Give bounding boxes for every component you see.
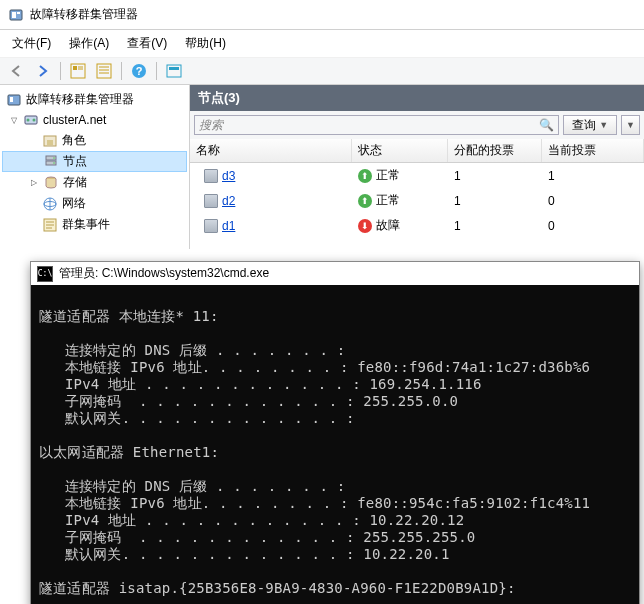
cmd-title-bar[interactable]: C:\ 管理员: C:\Windows\system32\cmd.exe [31, 262, 639, 285]
table-body: d3⬆正常11d2⬆正常10d1⬇故障10 [190, 163, 644, 238]
toolbar: ? [0, 57, 644, 85]
table-row[interactable]: d3⬆正常11 [190, 163, 644, 188]
cell-vote2: 0 [542, 193, 644, 209]
tree-pane: 故障转移群集管理器 ▽ clusterA.net 角色 节点 ▷ 存储 网络 群… [0, 85, 190, 249]
status-label: 正常 [376, 167, 400, 184]
toolbar-separator [156, 62, 157, 80]
svg-rect-16 [10, 97, 13, 102]
expander-icon[interactable]: ▽ [8, 115, 19, 126]
roles-icon [42, 133, 58, 149]
svg-text:?: ? [136, 65, 143, 77]
svg-point-19 [33, 119, 36, 122]
cell-vote1: 1 [448, 218, 542, 234]
query-button-label: 查询 [572, 117, 596, 134]
cell-name[interactable]: d2 [190, 193, 352, 209]
tree-network[interactable]: 网络 [2, 193, 187, 214]
toolbar-detail-button[interactable] [67, 61, 89, 81]
svg-rect-21 [47, 140, 53, 145]
query-button[interactable]: 查询 ▼ [563, 115, 617, 135]
content-pane: 节点(3) 搜索 🔍 查询 ▼ ▼ 名称 状态 分配的投票 当前投票 d3⬆正常… [190, 85, 644, 249]
svg-rect-13 [167, 65, 181, 77]
main-pane: 故障转移群集管理器 ▽ clusterA.net 角色 节点 ▷ 存储 网络 群… [0, 85, 644, 249]
status-label: 故障 [376, 217, 400, 234]
cell-status: ⬇故障 [352, 216, 448, 235]
nav-back-button[interactable] [6, 61, 28, 81]
toolbar-separator [60, 62, 61, 80]
search-input[interactable]: 搜索 🔍 [194, 115, 559, 135]
col-status[interactable]: 状态 [352, 139, 448, 162]
toolbar-preview-button[interactable] [163, 61, 185, 81]
node-name-label: d3 [222, 169, 235, 183]
cell-vote2: 0 [542, 218, 644, 234]
server-icon [204, 169, 218, 183]
cell-status: ⬆正常 [352, 191, 448, 210]
window-title: 故障转移群集管理器 [30, 6, 138, 23]
search-icon[interactable]: 🔍 [539, 118, 554, 132]
nav-forward-button[interactable] [32, 61, 54, 81]
svg-point-24 [53, 157, 55, 159]
expander-icon[interactable]: ▷ [28, 177, 39, 188]
tree-root[interactable]: 故障转移群集管理器 [2, 89, 187, 110]
tree-cluster[interactable]: ▽ clusterA.net [2, 110, 187, 130]
cluster-manager-icon [6, 92, 22, 108]
tree-cluster-label: clusterA.net [43, 113, 106, 127]
col-vote1[interactable]: 分配的投票 [448, 139, 542, 162]
menu-view[interactable]: 查看(V) [119, 32, 175, 55]
cmd-output[interactable]: 隧道适配器 本地连接* 11: 连接特定的 DNS 后缀 . . . . . .… [31, 285, 639, 604]
svg-rect-2 [17, 12, 20, 14]
server-icon [204, 194, 218, 208]
chevron-down-icon: ▼ [599, 120, 608, 130]
table-row[interactable]: d1⬇故障10 [190, 213, 644, 238]
svg-rect-7 [97, 64, 111, 78]
chevron-down-icon: ▼ [626, 120, 635, 130]
menu-help[interactable]: 帮助(H) [177, 32, 234, 55]
help-button[interactable]: ? [128, 61, 150, 81]
status-label: 正常 [376, 192, 400, 209]
storage-icon [43, 175, 59, 191]
toolbar-separator [121, 62, 122, 80]
app-icon [8, 7, 24, 23]
cell-vote2: 1 [542, 168, 644, 184]
cmd-title: 管理员: C:\Windows\system32\cmd.exe [59, 265, 269, 282]
cmd-icon: C:\ [37, 266, 53, 282]
tree-storage-label: 存储 [63, 174, 87, 191]
table-header: 名称 状态 分配的投票 当前投票 [190, 139, 644, 163]
node-name-label: d1 [222, 219, 235, 233]
svg-point-18 [27, 119, 30, 122]
section-header: 节点(3) [190, 85, 644, 111]
tree-events[interactable]: 群集事件 [2, 214, 187, 235]
cluster-icon [23, 112, 39, 128]
svg-point-25 [53, 162, 55, 164]
server-icon [204, 219, 218, 233]
nodes-icon [43, 154, 59, 170]
node-name-label: d2 [222, 194, 235, 208]
search-placeholder: 搜索 [199, 117, 223, 134]
network-icon [42, 196, 58, 212]
menubar: 文件(F) 操作(A) 查看(V) 帮助(H) [0, 30, 644, 57]
svg-rect-1 [12, 12, 16, 18]
cell-status: ⬆正常 [352, 166, 448, 185]
dropdown-button[interactable]: ▼ [621, 115, 640, 135]
status-up-icon: ⬆ [358, 194, 372, 208]
tree-storage[interactable]: ▷ 存储 [2, 172, 187, 193]
svg-rect-14 [169, 67, 179, 70]
cmd-window: C:\ 管理员: C:\Windows\system32\cmd.exe 隧道适… [30, 261, 640, 604]
tree-network-label: 网络 [62, 195, 86, 212]
table-row[interactable]: d2⬆正常10 [190, 188, 644, 213]
status-up-icon: ⬆ [358, 169, 372, 183]
cell-vote1: 1 [448, 193, 542, 209]
tree-roles[interactable]: 角色 [2, 130, 187, 151]
status-down-icon: ⬇ [358, 219, 372, 233]
tree-nodes-label: 节点 [63, 153, 87, 170]
cell-name[interactable]: d1 [190, 218, 352, 234]
toolbar-list-button[interactable] [93, 61, 115, 81]
cell-name[interactable]: d3 [190, 168, 352, 184]
cell-vote1: 1 [448, 168, 542, 184]
col-name[interactable]: 名称 [190, 139, 352, 162]
tree-root-label: 故障转移群集管理器 [26, 91, 134, 108]
menu-action[interactable]: 操作(A) [61, 32, 117, 55]
tree-nodes[interactable]: 节点 [2, 151, 187, 172]
menu-file[interactable]: 文件(F) [4, 32, 59, 55]
col-vote2[interactable]: 当前投票 [542, 139, 644, 162]
svg-rect-4 [73, 66, 77, 70]
